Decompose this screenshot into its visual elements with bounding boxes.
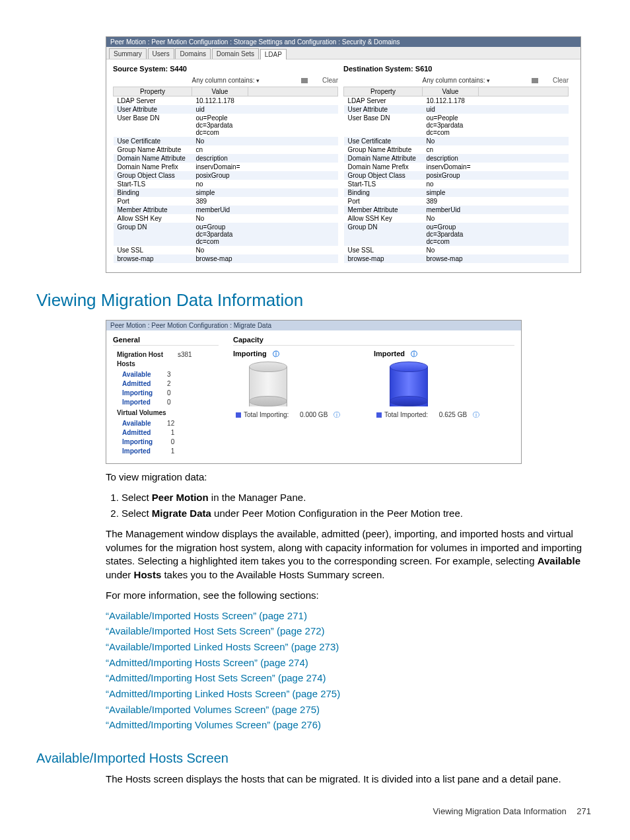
value-cell: No [192,137,248,145]
xref-link[interactable]: “Admitted/Importing Hosts Screen” (page … [106,656,594,670]
table-row: Group Object ClassposixGroup [114,171,338,180]
steps-list: Select Peer Motion in the Manager Pane. … [106,491,594,521]
metric-value: 3 [157,371,174,379]
general-head: General [113,336,219,346]
intro-line: To view migration data: [106,471,594,484]
property-cell: Domain Name Prefix [114,163,192,171]
info-icon[interactable]: ⓘ [273,350,279,358]
desc-para: The Management window displays the avail… [106,527,594,582]
col-property[interactable]: Property [344,87,423,96]
more-info-line: For more information, see the following … [106,589,594,603]
tab-domains[interactable]: Domains [175,48,210,59]
vv-head: Virtual Volumes [114,409,169,417]
table-row: Domain Name PrefixinservDomain= [344,163,569,171]
property-cell: Group Name Attribute [344,145,423,154]
value-cell: No [192,246,248,254]
metric-label[interactable]: Admitted [114,380,155,388]
table-row: Allow SSH KeyNo [344,214,569,223]
legend-swatch [376,412,382,418]
property-cell: Binding [114,188,192,197]
xref-link[interactable]: “Admitted/Importing Linked Hosts Screen”… [106,687,594,701]
cylinder-importing [249,362,287,406]
tab-users[interactable]: Users [148,48,174,59]
metric-value: 1 [157,429,177,437]
xref-link[interactable]: “Admitted/Importing Host Sets Screen” (p… [106,671,594,685]
metric-label[interactable]: Importing [114,438,155,446]
value-cell: 389 [423,197,479,206]
xref-link[interactable]: “Available/Imported Linked Hosts Screen”… [106,640,594,654]
property-cell: Domain Name Attribute [114,154,192,163]
property-cell: Group Name Attribute [114,145,192,154]
legend-swatch [236,412,241,418]
xref-link[interactable]: “Admitted/Importing Volumes Screen” (pag… [106,718,594,732]
metric-label[interactable]: Importing [114,389,155,397]
metric-label[interactable]: Available [114,420,155,428]
table-row: browse-mapbrowse-map [344,254,569,263]
property-cell: Member Attribute [344,206,423,214]
info-icon[interactable]: ⓘ [333,411,340,418]
table-row: Allow SSH KeyNo [114,214,338,223]
col-value[interactable]: Value [192,87,248,96]
metric-value: 0 [157,438,177,446]
table-row: Group Object ClassposixGroup [344,171,569,180]
metric-label[interactable]: Imported [114,399,155,406]
section2-body: The Hosts screen displays the hosts that… [106,773,594,786]
metric-label[interactable]: Available [114,371,155,379]
clear-button[interactable]: Clear [553,77,569,84]
metric-label[interactable]: Admitted [114,429,155,437]
xref-link[interactable]: “Available/Imported Volumes Screen” (pag… [106,703,594,717]
col-value[interactable]: Value [423,87,479,96]
value-cell: inservDomain= [423,163,479,171]
step-1: Select Peer Motion in the Manager Pane. [122,491,594,505]
value-cell: No [423,214,479,223]
ldap-source-table: PropertyValue LDAP Server10.112.1.178Use… [113,87,338,263]
property-cell: browse-map [114,254,192,263]
value-cell: ou=Peopledc=3pardatadc=com [192,114,248,137]
source-title: Source System: S440 [113,65,338,73]
general-column: General Migration Host s381 Hosts Availa… [113,336,219,457]
value-cell: uid [423,105,479,114]
footer-text: Viewing Migration Data Information [433,806,567,816]
links-list: “Available/Imported Hosts Screen” (page … [106,609,594,733]
body-text: To view migration data: Select Peer Moti… [106,471,594,732]
clear-button[interactable]: Clear [322,77,338,84]
info-icon[interactable]: ⓘ [473,411,479,418]
chevron-down-icon[interactable]: ▾ [487,77,490,84]
chevron-down-icon[interactable]: ▾ [256,77,260,84]
xref-link[interactable]: “Available/Imported Host Sets Screen” (p… [106,625,594,638]
tab-summary[interactable]: Summary [109,48,147,59]
property-cell: Domain Name Prefix [344,163,423,171]
property-cell: Use SSL [344,246,423,254]
footer-page: 271 [577,806,591,816]
filter-label: Any column contains: ▾ [422,77,490,84]
value-cell: 10.112.1.178 [192,96,248,106]
metric-value: 1 [157,447,177,455]
capacity-head: Capacity [233,336,514,346]
table-row: Group DNou=Groupdc=3pardatadc=com [344,223,569,246]
table-row: Bindingsimple [114,188,338,197]
value-cell: no [192,180,248,188]
subsection-heading: Available/Imported Hosts Screen [36,751,594,766]
table-row: Domain Name Attributedescription [114,154,338,163]
property-cell: Group Object Class [344,171,423,180]
table-row: browse-mapbrowse-map [114,254,338,263]
print-icon[interactable] [301,78,308,83]
tab-domain-sets[interactable]: Domain Sets [212,48,259,59]
migration-breadcrumb: Peer Motion : Peer Motion Configuration … [106,321,521,330]
print-icon[interactable] [532,78,538,83]
value-cell: description [423,154,479,163]
property-cell: Use SSL [114,246,192,254]
value-cell: ou=Peopledc=3pardatadc=com [423,114,479,137]
col-property[interactable]: Property [114,87,192,96]
table-row: Member AttributememberUid [344,206,569,214]
metric-label[interactable]: Imported [114,447,155,455]
info-icon[interactable]: ⓘ [411,350,417,358]
xref-link[interactable]: “Available/Imported Hosts Screen” (page … [106,609,594,623]
value-cell: ou=Groupdc=3pardatadc=com [192,223,248,246]
tab-ldap[interactable]: LDAP [260,49,287,59]
value-cell: no [423,180,479,188]
property-cell: Group DN [114,223,192,246]
table-row: Port389 [344,197,569,206]
value-cell: memberUid [423,206,479,214]
table-row: Use SSLNo [114,246,338,254]
